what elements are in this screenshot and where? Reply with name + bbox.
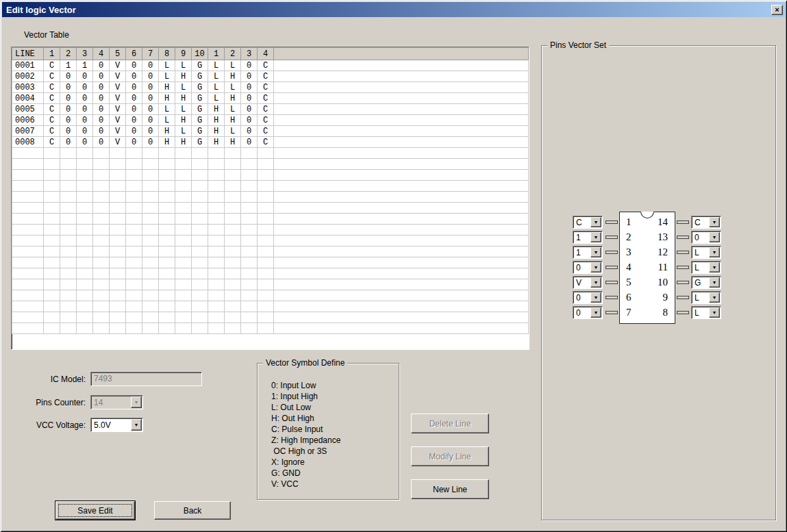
- vector-cell: [77, 268, 93, 279]
- vector-cell: H: [208, 137, 225, 148]
- filler-cell: [274, 236, 529, 246]
- filler-cell: [274, 279, 529, 290]
- table-row[interactable]: 0005C000V00LLGHL0C: [12, 104, 529, 115]
- vector-cell: [110, 203, 126, 214]
- vector-cell: [77, 214, 93, 225]
- filler-cell: [274, 257, 529, 268]
- dropdown-arrow-button[interactable]: ▼: [709, 292, 720, 303]
- table-row[interactable]: 0003C000V00HLGLL0C: [12, 82, 529, 93]
- vector-cell: [93, 192, 110, 203]
- dropdown-arrow-button[interactable]: ▼: [131, 419, 142, 431]
- pin-12-combo-value: L: [695, 247, 708, 257]
- table-row[interactable]: 0002C000V00LHGLH0C: [12, 71, 529, 82]
- vector-cell: 0: [142, 60, 159, 71]
- dropdown-arrow-button[interactable]: ▼: [590, 217, 601, 227]
- filler-cell: [274, 159, 529, 170]
- vector-cell: 0: [77, 93, 93, 104]
- back-button[interactable]: Back: [154, 501, 231, 520]
- table-row[interactable]: 0004C000V00HHGLH0C: [12, 93, 529, 104]
- dropdown-arrow-button[interactable]: ▼: [709, 277, 720, 288]
- dropdown-arrow-button[interactable]: ▼: [709, 307, 720, 318]
- vector-cell: [77, 203, 93, 214]
- pin-2-combo[interactable]: 1▼: [573, 231, 603, 244]
- dropdown-arrow-button[interactable]: ▼: [590, 262, 601, 273]
- pin-14-combo[interactable]: C▼: [691, 216, 721, 229]
- vector-cell: [93, 268, 110, 279]
- vector-cell: 1: [77, 60, 93, 71]
- vector-cell: [258, 181, 274, 192]
- table-row[interactable]: 0006C000V00LHGHH0C: [12, 115, 529, 126]
- dropdown-arrow-button[interactable]: ▼: [590, 307, 601, 318]
- dropdown-arrow-button[interactable]: ▼: [590, 292, 601, 303]
- vector-cell: [142, 159, 159, 170]
- pin-5-combo[interactable]: V▼: [573, 276, 603, 289]
- vector-cell: V: [110, 115, 126, 126]
- dropdown-arrow-icon: ▼: [594, 250, 599, 255]
- dropdown-arrow-button[interactable]: ▼: [709, 247, 720, 257]
- vector-cell: [241, 159, 258, 170]
- dropdown-arrow-button[interactable]: ▼: [590, 232, 601, 242]
- vector-cell: [175, 203, 192, 214]
- pin-12-combo[interactable]: L▼: [691, 246, 721, 259]
- table-empty-row: [12, 148, 529, 159]
- vector-cell: [77, 148, 93, 159]
- new-line-button[interactable]: New Line: [411, 479, 489, 499]
- pin-8-combo[interactable]: L▼: [691, 306, 721, 319]
- table-empty-row: [12, 203, 529, 214]
- pin-1-combo[interactable]: C▼: [573, 216, 603, 229]
- dropdown-arrow-button[interactable]: ▼: [709, 217, 720, 227]
- vector-table[interactable]: LINE123456789101234 0001C110V00LLGLL0C00…: [11, 47, 529, 350]
- pin-stub: [605, 220, 618, 224]
- vector-cell: [60, 214, 77, 225]
- vector-cell: [258, 148, 274, 159]
- vector-symbol-define-label: Vector Symbol Define: [263, 358, 347, 368]
- ic-model-input[interactable]: 7493: [90, 372, 202, 386]
- titlebar[interactable]: Edit logic Vector ×: [2, 2, 785, 17]
- pin-4-combo[interactable]: 0▼: [573, 261, 603, 274]
- table-row[interactable]: 0008C000V00HHGHH0C: [12, 137, 529, 148]
- vector-cell: [258, 192, 274, 203]
- vector-cell: [77, 246, 93, 257]
- vector-cell: [258, 203, 274, 214]
- table-row[interactable]: 0007C000V00HLGHL0C: [12, 126, 529, 137]
- pin-11-combo[interactable]: L▼: [691, 261, 721, 274]
- vector-cell: [110, 159, 126, 170]
- vector-cell: 0: [241, 93, 258, 104]
- close-button[interactable]: ×: [771, 5, 783, 15]
- vector-cell: [60, 148, 77, 159]
- pin-7-combo[interactable]: 0▼: [573, 306, 603, 319]
- vector-cell: 0: [93, 104, 110, 115]
- pin-10-combo[interactable]: G▼: [691, 276, 721, 289]
- table-row[interactable]: 0001C110V00LLGLL0C: [12, 60, 529, 71]
- save-edit-button[interactable]: Save Edit: [55, 501, 135, 520]
- dropdown-arrow-button[interactable]: ▼: [709, 262, 720, 273]
- pin-stub: [677, 266, 689, 269]
- filler-cell: [274, 323, 529, 334]
- pin-3-combo[interactable]: 1▼: [573, 246, 603, 259]
- vcc-voltage-select[interactable]: 5.0V ▼: [90, 418, 143, 432]
- vector-cell: [93, 170, 110, 181]
- pin-9-combo[interactable]: L▼: [691, 291, 721, 304]
- vector-cell: [192, 203, 208, 214]
- line-number-cell: [12, 279, 44, 290]
- vector-cell: C: [44, 82, 60, 93]
- dropdown-arrow-icon: ▼: [594, 280, 599, 285]
- vector-cell: [208, 268, 225, 279]
- vector-cell: [60, 268, 77, 279]
- vector-table-grid: LINE123456789101234 0001C110V00LLGLL0C00…: [12, 47, 529, 334]
- pin-6-combo[interactable]: 0▼: [573, 291, 603, 304]
- dropdown-arrow-button[interactable]: ▼: [590, 277, 601, 288]
- vector-cell: [60, 236, 77, 246]
- dropdown-arrow-button[interactable]: ▼: [709, 232, 720, 242]
- vector-cell: [110, 148, 126, 159]
- pin-5-combo-value: V: [576, 277, 590, 288]
- vector-cell: [77, 236, 93, 246]
- symbol-define-line: 1: Input High: [271, 391, 340, 402]
- pin-13-combo[interactable]: 0▼: [691, 231, 721, 244]
- vector-cell: [258, 290, 274, 301]
- vector-cell: 1: [60, 60, 77, 71]
- vector-cell: [142, 312, 159, 323]
- vector-symbol-define-group: Vector Symbol Define 0: Input Low1: Inpu…: [257, 363, 399, 500]
- vector-cell: [241, 257, 258, 268]
- dropdown-arrow-button[interactable]: ▼: [590, 247, 601, 257]
